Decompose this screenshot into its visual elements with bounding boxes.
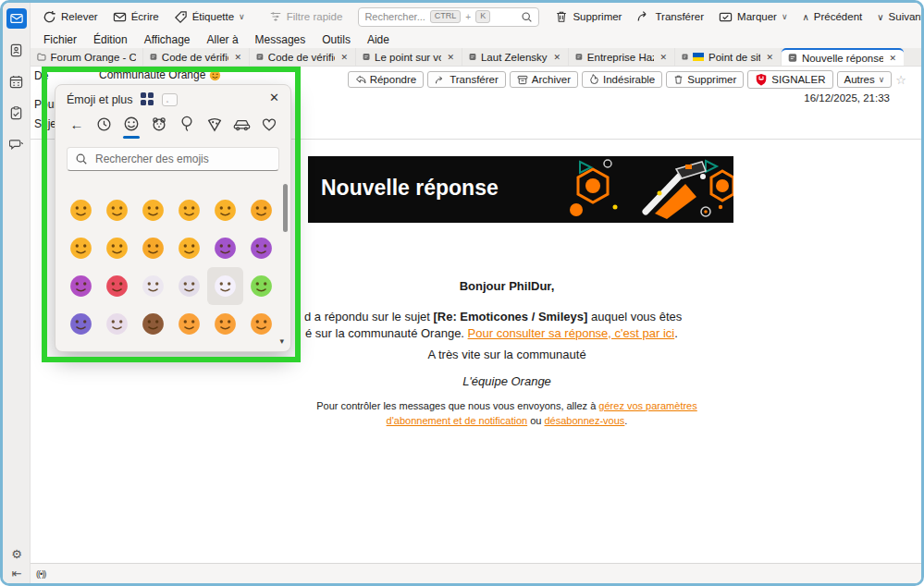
tab-point-de-situation[interactable]: Point de situation ✕ xyxy=(675,48,782,66)
delete-button[interactable]: Supprimer xyxy=(548,6,628,27)
emoji-smiling-face-with-horns[interactable] xyxy=(207,229,243,267)
delete-button-header[interactable]: Supprimer xyxy=(666,71,744,88)
category-food-icon[interactable] xyxy=(203,113,226,135)
mark-button[interactable]: Marquer ∨ xyxy=(712,6,794,28)
tab-close-icon[interactable]: ✕ xyxy=(888,54,897,63)
tab-close-icon[interactable]: ✕ xyxy=(552,53,561,62)
emoji-grinning-cat-with-smiling-eyes[interactable] xyxy=(207,305,243,343)
tab-close-icon[interactable]: ✕ xyxy=(659,53,668,62)
view-reply-link[interactable]: Pour consulter sa réponse, c'est par ici xyxy=(468,326,675,340)
message-icon xyxy=(682,52,688,62)
tab-close-icon[interactable]: ✕ xyxy=(446,53,455,62)
category-recent-icon[interactable] xyxy=(93,113,116,135)
tab-close-icon[interactable]: ✕ xyxy=(339,53,349,62)
mail-space-icon[interactable] xyxy=(6,8,27,29)
category-people-icon[interactable] xyxy=(176,113,198,135)
emoji-ogre[interactable] xyxy=(63,267,99,305)
forward-button[interactable]: Transférer xyxy=(630,6,710,27)
write-button[interactable]: Écrire xyxy=(106,6,166,28)
quick-filter-button[interactable]: Filtre rapide xyxy=(263,6,350,27)
chat-icon[interactable] xyxy=(6,134,27,154)
more-actions-button[interactable]: Autres ∨ xyxy=(837,71,893,88)
delete-label: Supprimer xyxy=(573,11,622,22)
emoji-cat-with-tears-of-joy[interactable] xyxy=(243,305,279,343)
previous-button[interactable]: ∧ Précédent xyxy=(796,7,869,26)
emoji-scrollbar-thumb[interactable] xyxy=(283,184,288,232)
emoji-face-with-monocle[interactable] xyxy=(135,229,171,267)
junk-flame-icon xyxy=(589,74,599,85)
tab-laut-zelensky[interactable]: Laut Zelensky habe ✕ xyxy=(462,48,569,66)
emoji-nerd-face[interactable] xyxy=(171,229,207,267)
menu-affichage[interactable]: Affichage xyxy=(137,32,198,47)
message-icon xyxy=(150,52,157,62)
menu-aller-a[interactable]: Aller à xyxy=(200,32,246,47)
get-messages-button[interactable]: Relever xyxy=(36,6,105,28)
menu-edition[interactable]: Édition xyxy=(86,32,135,47)
online-status-icon[interactable]: ((•)) xyxy=(36,569,45,579)
settings-gear-icon[interactable]: ⚙ xyxy=(11,548,22,560)
emoji-goblin[interactable] xyxy=(99,267,135,305)
tasks-icon[interactable] xyxy=(6,103,27,123)
next-button[interactable]: ∨ Suivant xyxy=(870,7,924,26)
emoji-angry-face-with-horns[interactable] xyxy=(243,229,279,267)
category-symbols-icon[interactable] xyxy=(258,113,280,135)
forward-button-header[interactable]: Transférer xyxy=(427,71,506,88)
emoji-ghost[interactable] xyxy=(207,267,243,305)
tab-le-point[interactable]: Le point sur votre n ✕ xyxy=(356,48,462,66)
unsubscribe-link[interactable]: désabonnez-vous xyxy=(545,415,625,426)
emoji-robot[interactable] xyxy=(99,305,135,343)
emoji-panel-close-icon[interactable]: ✕ xyxy=(269,91,279,104)
menu-messages[interactable]: Messages xyxy=(248,32,314,47)
emoji-face-with-hand-over-mouth[interactable] xyxy=(243,191,279,229)
emoji-face-exhaling[interactable] xyxy=(135,191,171,229)
mark-label: Marquer xyxy=(737,11,777,22)
tab-nouvelle-reponse[interactable]: Nouvelle réponse s ✕ xyxy=(782,48,904,66)
category-animals-icon[interactable] xyxy=(148,113,170,135)
previous-label: Précédent xyxy=(814,11,862,22)
category-smileys-icon[interactable] xyxy=(120,113,142,135)
emoji-skull-and-crossbones[interactable] xyxy=(171,267,207,305)
emoji-picker-panel: Émoji et plus 。 ✕ ← xyxy=(55,84,291,352)
emoji-hushed-face[interactable] xyxy=(99,191,135,229)
back-arrow-icon[interactable]: ← xyxy=(66,113,88,135)
reply-button[interactable]: Répondre xyxy=(348,71,425,88)
emoji-shushing-face[interactable] xyxy=(207,191,243,229)
emoji-face-with-peeking-eye[interactable] xyxy=(99,229,135,267)
signal-spam-button-header[interactable]: SIGNALER xyxy=(747,70,832,89)
junk-button[interactable]: Indésirable xyxy=(582,71,662,88)
grid-view-icon[interactable] xyxy=(141,92,154,106)
tab-close-icon[interactable]: ✕ xyxy=(765,53,774,62)
detach-panel-button[interactable]: 。 xyxy=(162,93,178,106)
emoji-alien-monster[interactable] xyxy=(63,305,99,343)
emoji-alien[interactable] xyxy=(243,267,279,305)
emoji-pile-of-poo[interactable] xyxy=(135,305,171,343)
scroll-down-icon[interactable]: ▾ xyxy=(279,336,284,346)
emoji-downcast-face-with-sweat[interactable] xyxy=(171,191,207,229)
emoji-lying-face[interactable] xyxy=(63,191,99,229)
emoji-skull[interactable] xyxy=(135,267,171,305)
global-search-input[interactable]: Rechercher... CTRL + K xyxy=(358,7,539,27)
emoji-search-input[interactable]: Rechercher des emojis xyxy=(67,147,279,171)
category-travel-icon[interactable] xyxy=(230,113,253,135)
star-icon[interactable]: ☆ xyxy=(895,73,906,87)
menu-aide[interactable]: Aide xyxy=(360,32,397,47)
tag-button[interactable]: Étiquette ∨ xyxy=(167,6,252,28)
archive-icon xyxy=(517,75,528,85)
tab-close-icon[interactable]: ✕ xyxy=(233,53,242,62)
address-book-icon[interactable] xyxy=(6,40,27,60)
collapse-spaces-icon[interactable]: ⇤ xyxy=(12,568,22,580)
menu-outils[interactable]: Outils xyxy=(314,32,358,47)
calendar-icon[interactable] xyxy=(6,71,27,92)
menu-fichier[interactable]: Fichier xyxy=(36,32,84,47)
tab-forum-orange[interactable]: Forum Orange - Comp xyxy=(31,48,143,66)
footer-text: . xyxy=(624,415,627,426)
tab-code-verification-1[interactable]: Code de vérification ✕ xyxy=(143,48,250,66)
emoji-grinning-cat[interactable] xyxy=(171,305,207,343)
tab-code-verification-2[interactable]: Code de vérification ✕ xyxy=(250,48,356,66)
body-text: auquel vous êtes xyxy=(587,310,682,324)
archive-button[interactable]: Archiver xyxy=(510,71,578,88)
tab-entreprise-hazard[interactable]: Entreprise Hazard p ✕ xyxy=(569,48,675,66)
greeting: Bonjour PhilDur, xyxy=(271,279,743,293)
emoji-face-with-open-eyes-and-hand-over-mouth[interactable] xyxy=(63,229,99,267)
menu-bar: Fichier Édition Affichage Aller à Messag… xyxy=(31,31,921,48)
